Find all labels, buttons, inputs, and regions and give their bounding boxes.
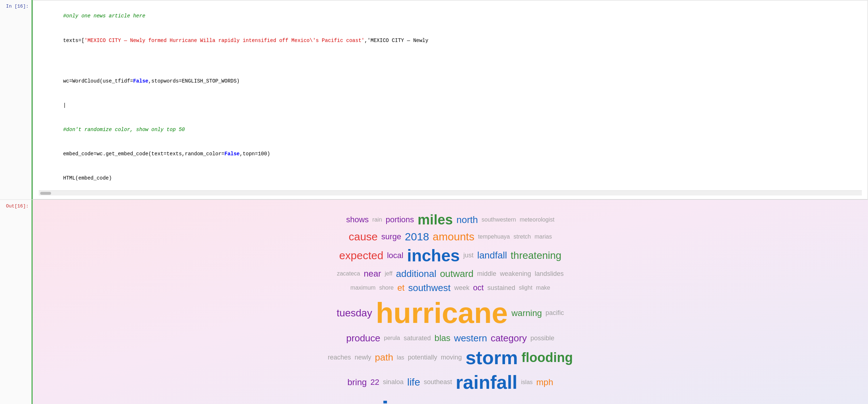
wc-word-las: las [397,354,404,361]
wc-word-miles: miles [418,212,453,228]
cursor: | [63,102,66,108]
wc-word-2018: 2018 [405,231,429,243]
wc-word-potentially: potentially [408,354,437,361]
wc-word-newly: newly [355,354,371,361]
wc-word-marias: marias [535,233,552,240]
wc-word-zacateca: zacateca [337,270,360,277]
scroll-thumb[interactable] [40,192,51,195]
wordcloud-row-8: bring22sinaloalifesoutheastrainfallislas… [47,371,854,393]
wordcloud-row-4: maximumshoreetsouthwestweekoctsustaineds… [47,282,854,294]
wc-word-additional: additional [396,268,436,279]
wc-word-maximum: maximum [350,285,375,291]
code-line-4 [39,61,862,69]
horizontal-scrollbar[interactable] [39,190,862,195]
wc-word-amounts: amounts [433,231,474,243]
wordcloud-row-6: produceperulasaturatedblaswesterncategor… [47,333,854,344]
output-label: Out[16]: [0,200,33,404]
texts-var: texts=[ [63,38,84,43]
wc-word-rain: rain [372,216,382,223]
comment-1: #only one news article here [63,13,145,19]
wc-word-tempehuaya: tempehuaya [478,233,510,240]
wc-word-inches: inches [407,246,460,265]
html-call: HTML(embed_code) [63,175,112,181]
code-line-8: embed_code=wc.get_embed_code(text=texts,… [39,142,862,166]
comment-2: #don't randomize color, show only top 50 [63,127,185,132]
embed-assign: embed_code=wc.get_embed_code(text=texts,… [63,151,224,157]
wc-word-path: path [375,352,393,363]
wc-word-north: north [456,214,478,226]
wc-word-possible: possible [530,334,554,342]
wc-word-sustained: sustained [487,284,515,292]
wc-word-perula: perula [384,335,400,341]
wc-word-hurricane: hurricane [376,296,508,330]
wc-word-outward: outward [440,268,473,279]
wc-word-stretch: stretch [513,233,531,240]
code-line-5: wc=WordCloud(use_tfidf=False,stopwords=E… [39,69,862,93]
output-area: showsrainportionsmilesnorthsouthwesternm… [33,200,868,404]
wc-word-saturated: saturated [404,334,431,342]
wordcloud-row-7: reachesnewlypathlaspotentiallymovingstor… [47,347,854,369]
wc-word-mexico: mexico [329,396,419,404]
wc-word-surge: surge [381,232,401,241]
wordcloud-row-5: tuesdayhurricanewarningpacific [47,296,854,330]
wc-word-pacific: pacific [546,309,564,317]
wc-word-sinaloa: sinaloa [383,378,404,386]
code-line-7: #don't randomize color, show only top 50 [39,117,862,142]
wc-word-reaches: reaches [328,354,351,361]
code-line-1: #only one news article here [39,4,862,28]
wc-word-southwest: southwest [408,282,451,294]
code-line-6: | [39,93,862,117]
wc-word-et: et [397,283,405,293]
wc-word-moving: moving [441,354,462,361]
false-kw-1: False [133,78,148,84]
wc-word-category: category [491,333,527,344]
code-area[interactable]: #only one news article here texts=['MEXI… [33,0,868,199]
wc-assign: wc=WordCloud(use_tfidf= [63,78,133,84]
string-1: 'MEXICO CITY — Newly formed Hurricane Wi… [84,38,364,43]
wc-word-expected: expected [339,249,383,262]
wc-word-warning: warning [512,308,542,318]
wc-word-jeff: jeff [385,270,392,277]
wc-word-coast: coast [471,400,520,404]
wc-word-threatening: threatening [511,250,562,261]
wc-word-shows: shows [346,215,369,224]
wordcloud-row-2: expectedlocalinchesjustlandfallthreateni… [47,246,854,265]
wordcloud-row-9: mexicoflashmakescoastprojectedway [47,396,854,404]
input-cell-16: In [16]: #only one news article here tex… [0,0,868,200]
wc-word-meteorologist: meteorologist [519,216,554,223]
wc-word-rainfall: rainfall [456,371,518,393]
wc-word-weakening: weakening [500,270,531,278]
comma-1: ,'MEXICO CITY — Newly [364,38,428,43]
wc-word-make: make [536,285,550,291]
wc-word-southeast: southeast [424,378,452,386]
wc-word-bring: bring [347,377,367,387]
embed-params: ,topn=100) [240,151,270,157]
wc-word-southwestern: southwestern [481,216,516,223]
wc-word-storm: storm [466,347,518,369]
wc-word-landfall: landfall [477,250,507,261]
code-line-9: HTML(embed_code) [39,166,862,190]
wc-word-blas: blas [434,333,450,343]
wc-word-middle: middle [477,270,496,278]
wc-word-islas: islas [521,379,533,386]
wordcloud-row-1: causesurge2018amountstempehuayastretchma… [47,231,854,243]
wc-params: ,stopwords=ENGLISH_STOP_WORDS) [148,78,239,84]
wc-word-local: local [387,251,403,260]
wc-word-week: week [454,284,470,292]
wc-word-landslides: landslides [535,270,564,278]
wordcloud: showsrainportionsmilesnorthsouthwesternm… [33,200,868,404]
wc-word-mph: mph [536,377,553,387]
code-line-3 [39,52,862,60]
wc-word-produce: produce [346,333,380,344]
wc-word-portions: portions [386,215,414,224]
wc-word-shore: shore [379,285,394,291]
output-cell-16: Out[16]: showsrainportionsmilesnorthsout… [0,200,868,404]
notebook: In [16]: #only one news article here tex… [0,0,868,404]
wc-word-flooding: flooding [521,350,573,365]
wc-word-22: 22 [370,378,379,387]
wc-word-life: life [407,376,420,388]
wordcloud-row-0: showsrainportionsmilesnorthsouthwesternm… [47,212,854,228]
input-label: In [16]: [0,0,33,199]
wordcloud-row-3: zacatecanearjeffadditionaloutwardmiddlew… [47,268,854,279]
wc-word-oct: oct [473,283,484,293]
